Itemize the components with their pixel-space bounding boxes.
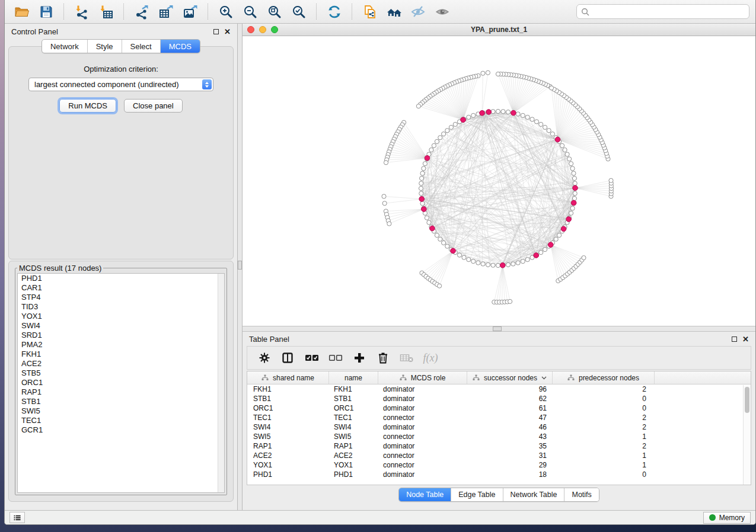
zoom-out-button[interactable]	[239, 2, 261, 21]
tab-mcds[interactable]: MCDS	[161, 40, 200, 53]
delete-table-button[interactable]	[398, 349, 416, 367]
gear-button[interactable]	[256, 349, 273, 367]
tab-motifs[interactable]: Motifs	[564, 488, 598, 501]
vertical-splitter-handle[interactable]	[238, 261, 242, 270]
table-cell: STB1	[247, 394, 329, 403]
add-column-button[interactable]	[350, 349, 368, 367]
memory-button[interactable]: Memory	[703, 512, 751, 524]
save-session-button[interactable]	[35, 2, 57, 21]
mcds-result-item[interactable]: TEC1	[18, 416, 224, 425]
mcds-result-item[interactable]: PHD1	[18, 274, 224, 283]
network-graph[interactable]	[243, 36, 755, 326]
tab-style[interactable]: Style	[88, 40, 122, 53]
table-cell: RAP1	[247, 441, 329, 451]
duplicate-network-button[interactable]	[359, 2, 381, 21]
table-row[interactable]: TEC1TEC1connector472	[247, 413, 751, 422]
table-scrollbar[interactable]	[743, 385, 751, 485]
open-file-button[interactable]	[11, 2, 33, 21]
zoom-selected-button[interactable]	[288, 2, 310, 21]
hide-selected-button[interactable]	[407, 2, 429, 21]
mcds-result-item[interactable]: SWI4	[18, 321, 224, 331]
export-network-button[interactable]	[130, 2, 152, 21]
float-table-panel-icon[interactable]	[732, 336, 737, 342]
table-cell	[655, 403, 751, 413]
tab-edge-table[interactable]: Edge Table	[451, 488, 503, 501]
deselect-all-button[interactable]	[327, 349, 344, 367]
export-image-button[interactable]	[179, 2, 201, 21]
column-header-mcds-role[interactable]: MCDS role	[378, 371, 467, 384]
export-table-button[interactable]	[155, 2, 177, 21]
mcds-result-item[interactable]: STB5	[18, 368, 224, 378]
refresh-button[interactable]	[323, 2, 345, 21]
mcds-result-item[interactable]: RAP1	[18, 387, 224, 397]
column-label: successor nodes	[484, 374, 537, 382]
mcds-result-list[interactable]: PHD1CAR1STP4TID3YOX1SWI4SRD1PMA2FKH1ACE2…	[17, 273, 225, 493]
first-neighbors-button[interactable]	[383, 2, 405, 21]
select-all-button[interactable]	[303, 349, 321, 367]
mcds-result-item[interactable]: GCR1	[18, 425, 224, 435]
table-cell: dominator	[378, 441, 467, 451]
table-row[interactable]: STB1STB1dominator620	[247, 394, 751, 403]
window-minimize-icon[interactable]	[259, 26, 266, 33]
column-header-predecessor-nodes[interactable]: predecessor nodes	[553, 371, 655, 384]
mcds-result-item[interactable]: STP4	[18, 293, 224, 302]
mcds-result-item[interactable]: PMA2	[18, 340, 224, 350]
search-input[interactable]	[593, 7, 745, 17]
tab-node-table[interactable]: Node Table	[399, 488, 451, 501]
close-panel-icon[interactable]: ✕	[224, 28, 231, 36]
mcds-result-item[interactable]: YOX1	[18, 312, 224, 321]
column-header-name[interactable]: name	[329, 371, 378, 384]
table-row[interactable]: SWI4SWI4dominator462	[247, 422, 751, 432]
function-builder-button[interactable]: f(x)	[422, 349, 439, 367]
mcds-list-scrollbar[interactable]	[218, 274, 224, 492]
table-row[interactable]: PHD1PHD1dominator180	[247, 470, 751, 479]
table-row[interactable]: FKH1FKH1dominator962	[247, 384, 751, 394]
table-row[interactable]: SWI5SWI5connector431	[247, 432, 751, 441]
mcds-result-item[interactable]: STB1	[18, 397, 224, 406]
zoom-in-button[interactable]	[215, 2, 237, 21]
close-table-panel-icon[interactable]: ✕	[742, 335, 749, 343]
table-row[interactable]: YOX1YOX1connector291	[247, 460, 751, 470]
import-network-button[interactable]	[71, 2, 92, 21]
column-header-successor-nodes[interactable]: successor nodes	[467, 371, 553, 384]
zoom-fit-button[interactable]	[263, 2, 285, 21]
column-header-shared-name[interactable]: shared name	[247, 371, 329, 384]
network-canvas[interactable]	[243, 36, 755, 326]
hide-selected-icon	[410, 4, 426, 20]
search-icon	[581, 8, 589, 16]
close-panel-button[interactable]: Close panel	[124, 99, 183, 113]
search-box[interactable]	[576, 4, 749, 19]
show-columns-icon	[282, 352, 294, 363]
table-row[interactable]: ACE2ACE2connector311	[247, 451, 751, 460]
mcds-result-item[interactable]: TID3	[18, 302, 224, 312]
node-table: shared name name MCDS role successor nod…	[247, 371, 751, 485]
mcds-result-item[interactable]: ORC1	[18, 378, 224, 387]
mcds-result-item[interactable]: CAR1	[18, 283, 224, 293]
mcds-result-item[interactable]: ACE2	[18, 359, 224, 368]
import-table-button[interactable]	[95, 2, 117, 21]
delete-column-button[interactable]	[374, 349, 392, 367]
export-image-icon	[183, 4, 198, 20]
mcds-result-item[interactable]: SRD1	[18, 331, 224, 340]
task-history-button[interactable]	[9, 512, 25, 523]
table-scrollbar-thumb[interactable]	[745, 387, 749, 413]
mcds-result-item[interactable]: FKH1	[18, 350, 224, 359]
horizontal-splitter-handle[interactable]	[493, 326, 502, 331]
horizontal-splitter[interactable]	[243, 326, 755, 332]
show-columns-button[interactable]	[279, 349, 297, 367]
window-maximize-icon[interactable]	[271, 26, 278, 33]
criterion-select[interactable]: largest connected component (undirected)	[28, 78, 213, 91]
tab-network[interactable]: Network	[42, 40, 88, 53]
tab-select[interactable]: Select	[122, 40, 161, 53]
float-panel-icon[interactable]	[213, 29, 219, 34]
window-close-icon[interactable]	[247, 26, 254, 33]
vertical-splitter[interactable]	[237, 24, 243, 510]
tab-network-table[interactable]: Network Table	[503, 488, 565, 501]
table-row[interactable]: RAP1RAP1dominator352	[247, 441, 751, 451]
mcds-options-section: Optimization criterion: largest connecte…	[8, 46, 234, 259]
run-mcds-button[interactable]: Run MCDS	[59, 99, 116, 113]
show-all-button[interactable]	[432, 2, 454, 21]
mcds-result-item[interactable]: SWI5	[18, 406, 224, 416]
table-row[interactable]: ORC1ORC1dominator610	[247, 403, 751, 413]
table-cell: PHD1	[247, 470, 329, 479]
